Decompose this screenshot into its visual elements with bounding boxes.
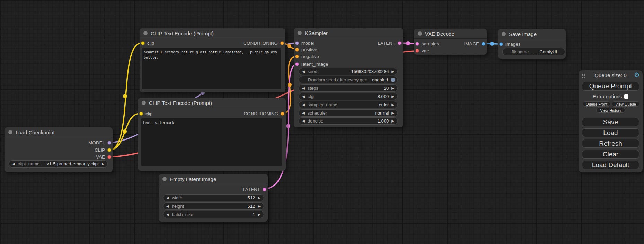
port-negative-input[interactable]: negative: [295, 54, 319, 59]
decrement-arrow-icon[interactable]: ◀: [302, 95, 305, 98]
port-latent-image-input[interactable]: latent_image: [295, 61, 328, 67]
node-clip-text-encode-negative[interactable]: CLIP Text Encode (Prompt) clip CONDITION…: [138, 98, 286, 171]
conditioning-port-dot[interactable]: [295, 48, 299, 52]
latent-port-dot[interactable]: [398, 41, 402, 45]
increment-arrow-icon[interactable]: ▶: [391, 95, 394, 98]
increment-arrow-icon[interactable]: ▶: [391, 103, 394, 107]
sampler-name-widget[interactable]: ◀ sampler_name euler ▶: [299, 101, 398, 108]
port-positive-input[interactable]: positive: [295, 47, 317, 52]
decrement-arrow-icon[interactable]: ◀: [166, 213, 169, 216]
scheduler-widget[interactable]: ◀ scheduler normal ▶: [299, 109, 398, 117]
increment-arrow-icon[interactable]: ▶: [391, 111, 394, 115]
node-load-checkpoint[interactable]: Load Checkpoint MODEL CLIP VAE ◀ ckpt_na…: [5, 127, 113, 172]
negative-prompt-textarea[interactable]: text, watermark: [141, 118, 282, 166]
port-model-input[interactable]: model: [295, 40, 314, 46]
node-title-bar[interactable]: KSampler: [294, 28, 403, 38]
positive-prompt-textarea[interactable]: beautiful scenery nature glass bottle la…: [142, 48, 281, 89]
node-empty-latent-image[interactable]: Empty Latent Image LATENT ◀ width 512 ▶ …: [159, 174, 268, 222]
increment-arrow-icon[interactable]: ▶: [258, 205, 261, 208]
steps-widget[interactable]: ◀ steps 20 ▶: [299, 84, 398, 92]
link-dot[interactable]: [123, 94, 127, 98]
seed-widget[interactable]: ◀ seed 156680208700286 ▶: [299, 68, 398, 75]
node-clip-text-encode-positive[interactable]: CLIP Text Encode (Prompt) clip CONDITION…: [140, 28, 285, 92]
decrement-arrow-icon[interactable]: ◀: [302, 103, 305, 107]
refresh-button[interactable]: Refresh: [582, 139, 639, 148]
random-seed-widget[interactable]: Random seed after every gen enabled: [299, 76, 398, 83]
node-title-bar[interactable]: CLIP Text Encode (Prompt): [138, 98, 286, 108]
clip-port-dot[interactable]: [107, 148, 111, 152]
load-default-button[interactable]: Load Default: [582, 161, 639, 169]
node-title-bar[interactable]: CLIP Text Encode (Prompt): [140, 28, 285, 38]
cfg-widget[interactable]: ◀ cfg 8.000 ▶: [299, 93, 398, 100]
node-collapse-dot[interactable]: [298, 31, 302, 35]
extra-options-checkbox[interactable]: [624, 94, 628, 99]
node-vae-decode[interactable]: VAE Decode samples vae IMAGE: [414, 29, 487, 55]
port-latent-output[interactable]: LATENT: [242, 187, 266, 192]
clip-port-dot[interactable]: [139, 112, 143, 116]
link-dot[interactable]: [406, 41, 410, 45]
save-button[interactable]: Save: [582, 118, 639, 126]
port-clip-output[interactable]: CLIP: [95, 147, 111, 153]
filename-prefix-widget[interactable]: filename_prefix ComfyUI: [502, 48, 565, 55]
model-port-dot[interactable]: [295, 41, 299, 45]
conditioning-port-dot[interactable]: [281, 112, 284, 116]
node-collapse-dot[interactable]: [502, 32, 506, 36]
increment-arrow-icon[interactable]: ▶: [391, 119, 394, 123]
view-history-button[interactable]: View History: [596, 108, 625, 113]
port-image-output[interactable]: IMAGE: [464, 41, 485, 46]
latent-port-dot[interactable]: [263, 188, 266, 191]
node-ksampler[interactable]: KSampler model positive negative latent_…: [294, 28, 403, 127]
node-title-bar[interactable]: Empty Latent Image: [159, 174, 268, 184]
latent-port-dot[interactable]: [415, 42, 419, 46]
link-dot[interactable]: [490, 42, 494, 46]
increment-arrow-icon[interactable]: ▶: [391, 70, 394, 73]
batch-size-widget[interactable]: ◀ batch_size 1 ▶: [163, 211, 264, 218]
settings-gear-icon[interactable]: ⚙: [634, 72, 640, 79]
node-title-bar[interactable]: Load Checkpoint: [5, 127, 113, 137]
latent-port-dot[interactable]: [295, 62, 299, 66]
port-clip-input[interactable]: clip: [141, 40, 154, 46]
queue-menu-panel[interactable]: Queue size: 0 ⚙ Queue Prompt Extra optio…: [579, 70, 643, 172]
port-images-input[interactable]: images: [499, 41, 521, 47]
increment-arrow-icon[interactable]: ▶: [258, 196, 261, 200]
node-title-bar[interactable]: VAE Decode: [414, 29, 487, 39]
vae-port-dot[interactable]: [415, 49, 419, 53]
clip-port-dot[interactable]: [141, 41, 145, 45]
node-graph-canvas[interactable]: Load Checkpoint MODEL CLIP VAE ◀ ckpt_na…: [0, 0, 644, 244]
image-port-dot[interactable]: [482, 42, 485, 46]
port-vae-output[interactable]: VAE: [96, 154, 111, 160]
node-collapse-dot[interactable]: [162, 177, 167, 181]
view-queue-button[interactable]: View Queue: [612, 101, 639, 107]
increment-arrow-icon[interactable]: ▶: [102, 162, 104, 166]
clear-button[interactable]: Clear: [582, 150, 639, 159]
conditioning-port-dot[interactable]: [280, 41, 284, 45]
denoise-widget[interactable]: ◀ denoise 1.000 ▶: [299, 117, 398, 125]
node-collapse-dot[interactable]: [8, 130, 12, 134]
model-port-dot[interactable]: [107, 141, 111, 145]
decrement-arrow-icon[interactable]: ◀: [166, 196, 169, 200]
decrement-arrow-icon[interactable]: ◀: [302, 70, 305, 73]
link-dot[interactable]: [288, 83, 292, 87]
image-port-dot[interactable]: [499, 42, 503, 46]
port-latent-output[interactable]: LATENT: [378, 40, 402, 46]
decrement-arrow-icon[interactable]: ◀: [302, 87, 305, 90]
port-conditioning-output[interactable]: CONDITIONING: [244, 111, 284, 116]
ckpt-name-widget[interactable]: ◀ ckpt_name v1-5-pruned-emaonly.ckpt ▶: [9, 160, 108, 168]
queue-front-button[interactable]: Queue Front: [583, 101, 610, 107]
queue-prompt-button[interactable]: Queue Prompt: [582, 82, 639, 91]
decrement-arrow-icon[interactable]: ◀: [302, 111, 305, 115]
decrement-arrow-icon[interactable]: ◀: [302, 119, 305, 123]
increment-arrow-icon[interactable]: ▶: [391, 87, 394, 90]
port-vae-input[interactable]: vae: [415, 48, 429, 53]
node-title-bar[interactable]: Save Image: [498, 29, 566, 39]
random-seed-toggle[interactable]: [391, 78, 395, 82]
increment-arrow-icon[interactable]: ▶: [258, 213, 261, 216]
node-collapse-dot[interactable]: [418, 31, 422, 36]
height-widget[interactable]: ◀ height 512 ▶: [163, 202, 264, 210]
decrement-arrow-icon[interactable]: ◀: [12, 162, 15, 166]
port-clip-input[interactable]: clip: [139, 111, 152, 116]
node-collapse-dot[interactable]: [143, 31, 148, 35]
link-dot[interactable]: [286, 124, 290, 128]
width-widget[interactable]: ◀ width 512 ▶: [163, 194, 264, 201]
vae-port-dot[interactable]: [107, 155, 111, 159]
